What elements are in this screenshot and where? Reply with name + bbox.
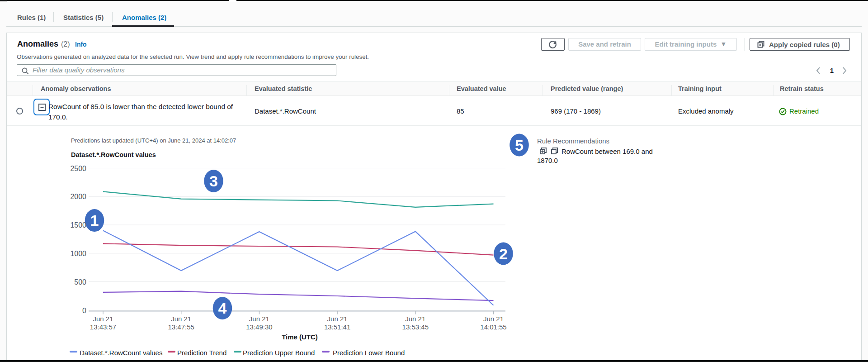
svg-text:3: 3 [209,172,218,190]
svg-text:1: 1 [90,212,99,229]
svg-text:4: 4 [218,300,227,317]
svg-text:2: 2 [499,245,508,262]
svg-text:5: 5 [515,137,524,154]
